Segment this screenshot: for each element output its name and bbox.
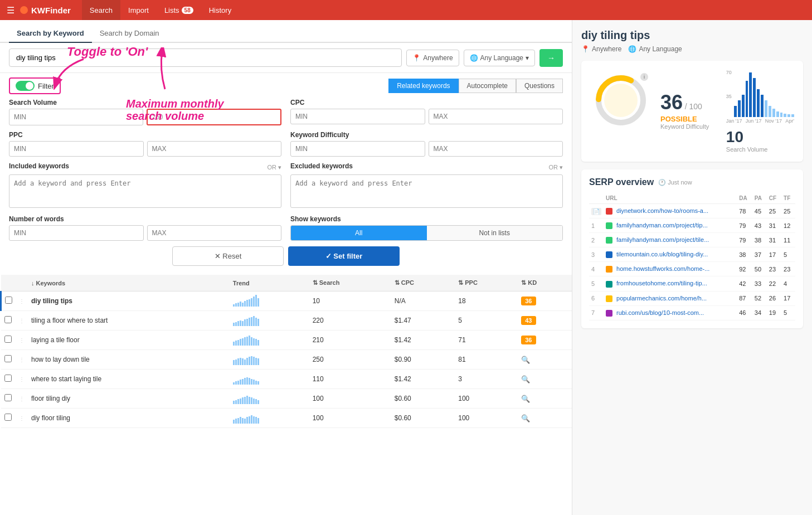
volume-bar	[780, 113, 783, 117]
clock-icon: 🕐	[658, 179, 666, 186]
kd-donut-container: i	[590, 70, 651, 131]
tab-search-by-keyword[interactable]: Search by Keyword	[9, 25, 92, 43]
row-check[interactable]	[4, 375, 12, 382]
trend-bar	[240, 320, 241, 327]
trend-bar	[251, 397, 252, 404]
ppc-max[interactable]	[147, 141, 282, 157]
serp-table-row: 1 familyhandyman.com/project/tip... 79 4…	[589, 218, 795, 233]
kd-min[interactable]	[290, 141, 425, 157]
filter-toggle[interactable]: Filter	[16, 81, 54, 91]
drag-icon: ⋮	[19, 357, 25, 363]
tab-autocomplete[interactable]: Autocomplete	[459, 79, 516, 93]
serp-url[interactable]: fromhousetohome.com/tiling-tip...	[616, 280, 707, 286]
trend-bar	[255, 358, 257, 366]
top-navigation: ☰ KWFinder Search Import Lists 58 Histor…	[0, 0, 812, 20]
serp-table-row: 4 home.howstuffworks.com/home-... 92 50 …	[589, 262, 795, 276]
tab-search-by-domain[interactable]: Search by Domain	[92, 25, 167, 43]
serp-position: 3	[591, 251, 595, 258]
toggle-switch[interactable]	[16, 81, 35, 91]
col-keywords: ↓ Keywords	[28, 275, 230, 291]
serp-pos-cell: 6	[589, 291, 604, 305]
menu-icon[interactable]: ☰	[7, 5, 14, 16]
volume-bar	[791, 114, 794, 117]
included-keywords-header: Included keywords OR ▾	[9, 162, 281, 172]
trend-bar	[240, 358, 241, 366]
serp-url[interactable]: familyhandyman.com/project/tip...	[616, 222, 708, 229]
serp-url[interactable]: familyhandyman.com/project/tile...	[616, 236, 709, 243]
nav-history[interactable]: History	[201, 0, 239, 20]
kd-max[interactable]	[429, 141, 563, 157]
cpc-min[interactable]	[290, 109, 425, 124]
nav-search[interactable]: Search	[82, 0, 120, 20]
location-button[interactable]: 📍 Anywhere	[406, 50, 459, 66]
row-check[interactable]	[5, 297, 12, 304]
row-check[interactable]	[4, 394, 12, 401]
trend-bar	[237, 340, 239, 346]
included-keywords-input[interactable]	[9, 174, 281, 208]
row-check[interactable]	[4, 414, 12, 421]
row-check[interactable]	[4, 316, 12, 323]
included-or-label[interactable]: OR ▾	[267, 164, 281, 171]
trend-bar	[255, 295, 257, 307]
trend-bar	[244, 359, 246, 366]
keyword-title: diy tiling tips	[581, 29, 803, 42]
drag-icon: ⋮	[19, 337, 25, 343]
ppc-min[interactable]	[9, 141, 144, 157]
reset-button[interactable]: ✕ Reset	[172, 246, 284, 266]
serp-url[interactable]: rubi.com/us/blog/10-most-com...	[616, 309, 704, 316]
cpc-max[interactable]	[429, 109, 563, 124]
trend-bar	[240, 380, 241, 385]
info-icon[interactable]: i	[640, 73, 648, 81]
favicon	[606, 266, 612, 273]
serp-title: SERP overview	[589, 177, 654, 187]
serp-pa: 38	[752, 233, 767, 247]
serp-url-cell: home.howstuffworks.com/home-...	[604, 262, 737, 276]
serp-url[interactable]: diynetwork.com/how-to/rooms-a...	[616, 207, 708, 214]
serp-table-row: 5 fromhousetohome.com/tiling-tip... 42 3…	[589, 276, 795, 291]
words-max[interactable]	[147, 225, 282, 241]
trend-bar	[251, 379, 252, 385]
row-trend	[230, 409, 309, 428]
trend-bar	[244, 337, 246, 346]
search-volume-min[interactable]	[9, 109, 143, 125]
excluded-keywords-input[interactable]	[290, 174, 563, 208]
search-input[interactable]	[9, 48, 402, 67]
serp-da: 46	[737, 305, 752, 320]
trend-bar	[249, 357, 250, 365]
serp-da: 87	[737, 291, 752, 305]
serp-tf: 23	[781, 262, 795, 276]
row-check[interactable]	[4, 336, 12, 343]
keywords-table-container: ↓ Keywords Trend ⇅ Search ⇅ CPC ⇅ PPC ⇅ …	[0, 275, 572, 428]
tab-questions[interactable]: Questions	[516, 79, 563, 93]
trend-bar	[255, 417, 257, 424]
serp-url[interactable]: home.howstuffworks.com/home-...	[616, 265, 709, 272]
nav-import[interactable]: Import	[120, 0, 157, 20]
table-row: ⋮ diy floor tiling 100 $0.60 100 🔍	[1, 409, 572, 428]
search-go-button[interactable]: →	[539, 49, 563, 67]
tab-related-keywords[interactable]: Related keywords	[388, 79, 458, 93]
search-volume-max[interactable]	[147, 109, 282, 125]
show-not-in-lists-button[interactable]: Not in lists	[427, 226, 563, 240]
row-check[interactable]	[4, 355, 12, 362]
trend-bar	[237, 358, 239, 365]
language-button[interactable]: 🌐 Any Language ▾	[464, 50, 535, 66]
serp-url[interactable]: tilemountain.co.uk/blog/tiling-diy...	[616, 251, 708, 258]
words-min[interactable]	[9, 225, 144, 241]
row-cpc: $0.60	[391, 389, 455, 409]
trend-bar	[240, 339, 241, 346]
set-filter-button[interactable]: ✓ Set filter	[288, 246, 400, 266]
serp-pos-cell: 2	[589, 233, 604, 247]
serp-url[interactable]: popularmechanics.com/home/h...	[616, 295, 707, 302]
language-icon: 🌐	[470, 54, 478, 62]
serp-cf: 22	[767, 276, 781, 291]
nav-lists[interactable]: Lists 58	[157, 0, 201, 20]
trend-bar	[233, 420, 235, 424]
row-kd: 🔍	[518, 350, 572, 370]
show-all-button[interactable]: All	[291, 226, 427, 240]
trend-bar	[244, 378, 246, 385]
table-row: ⋮ where to start laying tile 110 $1.42 3…	[1, 370, 572, 389]
kd-badge: 36	[521, 336, 536, 344]
number-of-words-inputs	[9, 225, 281, 241]
trend-bar	[246, 417, 248, 424]
excluded-or-label[interactable]: OR ▾	[548, 164, 563, 171]
